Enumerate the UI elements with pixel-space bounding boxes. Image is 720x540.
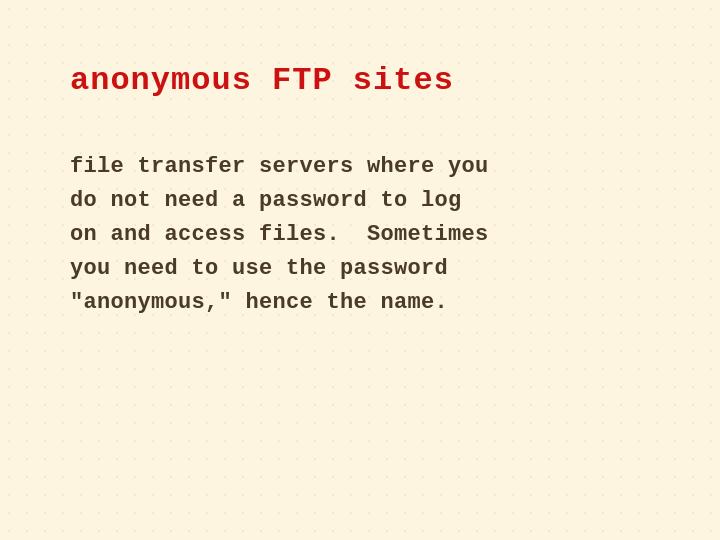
title-section: anonymous FTP sites xyxy=(70,60,650,102)
body-section: file transfer servers where youdo not ne… xyxy=(70,150,650,320)
body-paragraph: file transfer servers where youdo not ne… xyxy=(70,150,650,320)
page-container: anonymous FTP sites file transfer server… xyxy=(0,0,720,540)
page-title: anonymous FTP sites xyxy=(70,60,650,102)
